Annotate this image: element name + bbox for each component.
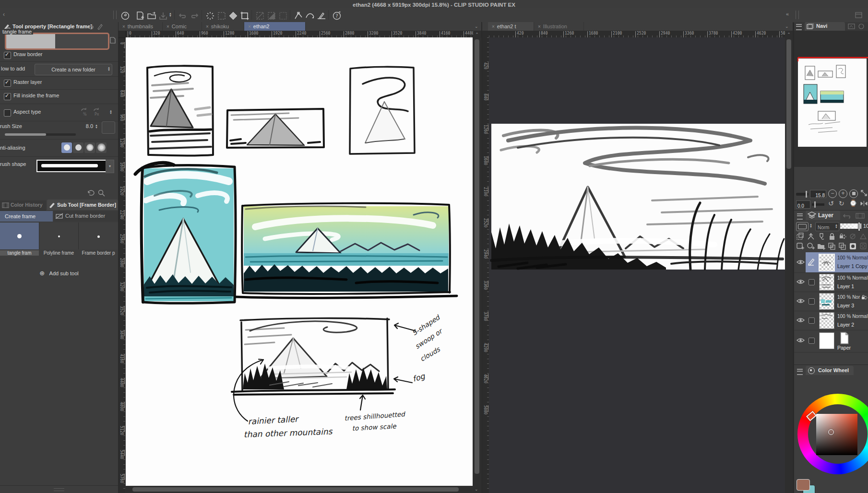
canvas-artwork-ethan2-t[interactable] <box>489 37 785 493</box>
tab-thumbnails[interactable]: ×thumbnails <box>119 22 163 31</box>
close-icon[interactable]: × <box>206 24 209 29</box>
tab-ethan2[interactable]: ×ethan2 <box>244 22 306 31</box>
scrollbar-thumb[interactable] <box>132 487 459 492</box>
invert-selection-icon[interactable] <box>278 11 288 21</box>
brush-size-value[interactable]: 8.0 <box>80 123 93 129</box>
brush-size-stepper[interactable]: ▲▼ <box>95 124 98 129</box>
tab-illustration[interactable]: ×Illustration <box>534 22 584 31</box>
zoom-value-box[interactable]: 15.8 <box>810 190 826 198</box>
tab-overflow-icon[interactable]: ⌄ <box>475 23 478 29</box>
layer-checkbox[interactable] <box>809 298 815 305</box>
close-icon[interactable]: × <box>492 24 495 29</box>
close-icon[interactable]: × <box>538 24 541 29</box>
layer-checkbox[interactable] <box>809 279 815 285</box>
wrench-tab-icon[interactable] <box>88 23 95 30</box>
tab-overflow-icon[interactable]: ⌄ <box>785 23 789 29</box>
subtool-preview[interactable] <box>5 33 109 50</box>
tab-navigator[interactable]: Navi <box>805 22 845 31</box>
tab-comic[interactable]: ×Comic <box>163 22 202 31</box>
brush-tab-icon[interactable] <box>97 23 104 30</box>
panel-grip[interactable] <box>796 11 799 19</box>
clip-to-layer-icon[interactable] <box>796 233 805 240</box>
blend-mode-dropdown[interactable]: Norm ▲▼ <box>815 222 839 231</box>
undo-icon[interactable] <box>178 11 187 21</box>
how-to-add-dropdown[interactable]: Create a new folder ▲▼ <box>35 64 112 75</box>
visibility-eye-icon[interactable] <box>797 298 805 304</box>
layer-row-layer1[interactable]: 100 % Normal Layer 1 <box>794 272 868 292</box>
select-from-layer-icon[interactable] <box>267 11 276 21</box>
visibility-eye-icon[interactable] <box>797 317 805 323</box>
layer-thumbnail[interactable] <box>819 274 834 291</box>
subtool-item-frame-border-pen[interactable] <box>79 223 118 249</box>
layer-row-layer1-copy[interactable]: 100 % Normal Layer 1 Copy <box>794 252 868 273</box>
sv-square[interactable] <box>816 414 857 455</box>
aspect-stepper-icon[interactable]: ▲▼ <box>109 110 112 115</box>
rotate-ccw-icon[interactable]: ↺ <box>828 200 834 207</box>
subview-tab-icon[interactable] <box>848 23 856 29</box>
scrollbar-thumb[interactable] <box>475 39 479 474</box>
aspect-percent-icon[interactable]: % <box>80 107 90 117</box>
aspect-px-icon[interactable]: Px <box>92 107 103 117</box>
scroll-up-icon[interactable]: ⌃ <box>785 32 793 37</box>
create-frame-tab[interactable]: Create frame <box>0 211 53 222</box>
search-settings-icon[interactable] <box>97 189 106 197</box>
collapse-right-icon[interactable]: « <box>786 11 789 17</box>
save-icon[interactable] <box>158 11 168 21</box>
select-lasso-icon[interactable] <box>205 11 215 21</box>
subtool-item-polyline-frame[interactable] <box>39 223 79 249</box>
fit-to-screen-icon[interactable] <box>860 189 868 197</box>
layer-color-swatch[interactable] <box>796 222 809 231</box>
new-canvas-icon[interactable] <box>135 11 145 21</box>
subtool-item-rectangle-frame[interactable] <box>0 223 39 249</box>
transfer-layer-icon[interactable] <box>828 242 836 250</box>
sv-cursor[interactable] <box>828 429 834 435</box>
collapse-left-icon[interactable]: ‹ <box>3 11 5 18</box>
zoom-reset-icon[interactable] <box>849 189 858 198</box>
tab-ethan2-t[interactable]: ×ethan2 t <box>488 22 534 31</box>
raster-layer-checkbox[interactable] <box>4 80 11 87</box>
zoom-out-icon[interactable]: − <box>828 189 837 198</box>
apply-mask-icon[interactable] <box>859 242 867 250</box>
sub-tool-tab[interactable]: Sub Tool [Frame Border] <box>47 200 118 210</box>
lock-layer-icon[interactable] <box>828 233 836 240</box>
scroll-down-icon[interactable]: ⌄ <box>475 486 478 492</box>
anti-aliasing-strong[interactable] <box>96 142 107 153</box>
info-tab-icon[interactable] <box>858 23 865 29</box>
new-vector-layer-icon[interactable] <box>807 242 815 250</box>
rotate-cw-icon[interactable]: ↻ <box>839 200 844 207</box>
scrollbar-thumb[interactable] <box>786 39 791 169</box>
close-icon[interactable]: × <box>166 24 169 29</box>
select-marquee-icon[interactable] <box>217 11 226 21</box>
layer-thumbnail[interactable] <box>819 293 834 310</box>
merge-down-icon[interactable] <box>838 242 847 250</box>
layer-menu-icon[interactable] <box>797 213 803 220</box>
draw-border-checkbox[interactable] <box>4 52 11 59</box>
color-wheel-menu-icon[interactable] <box>797 369 803 375</box>
deselect-icon[interactable] <box>255 11 265 21</box>
brush-shape-dropdown[interactable]: ▾ <box>106 160 114 173</box>
flip-horizontal-icon[interactable] <box>860 200 868 207</box>
help-icon[interactable]: ? <box>332 11 342 21</box>
brush-size-dynamics-button[interactable] <box>102 121 115 134</box>
new-folder-icon[interactable] <box>817 242 826 250</box>
ruler-range-icon[interactable] <box>859 233 867 240</box>
layer-row-layer3[interactable]: 100 % Nor Layer 3 <box>794 292 868 311</box>
enable-mask-icon[interactable] <box>849 233 857 240</box>
draft-layer-icon[interactable] <box>817 233 826 240</box>
visibility-eye-icon[interactable] <box>797 259 805 265</box>
lock-transparent-icon[interactable] <box>838 233 847 240</box>
color-history-tab[interactable]: Color History <box>0 200 46 211</box>
layer-thumbnail[interactable] <box>819 254 835 271</box>
brush-size-slider[interactable] <box>5 133 76 136</box>
brush-shape-preview[interactable] <box>36 160 107 172</box>
layer-swatch-stepper[interactable]: ▲▼ <box>809 223 812 228</box>
layer-checkbox[interactable] <box>809 317 815 324</box>
reset-tool-icon[interactable] <box>87 189 95 197</box>
close-icon[interactable]: × <box>248 24 251 29</box>
rotate-slider[interactable] <box>812 203 824 206</box>
navigator-menu-icon[interactable] <box>796 24 802 30</box>
cut-frame-tab[interactable]: Cut frame border <box>54 211 118 222</box>
visibility-eye-icon[interactable] <box>797 338 805 343</box>
rotate-reset-icon[interactable]: ⌚ <box>849 200 857 207</box>
toolbar-stepper[interactable]: ▲▼ <box>169 12 172 17</box>
